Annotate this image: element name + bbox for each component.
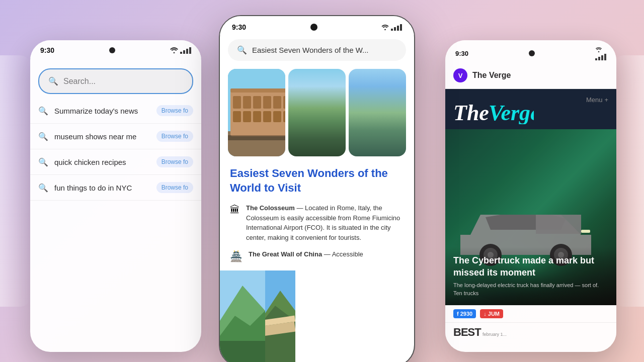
verge-logo: V <box>453 68 467 82</box>
jump-badge[interactable]: ↓ JUM <box>480 309 503 318</box>
search-icon-2: 🔍 <box>38 132 48 141</box>
search-item-3[interactable]: 🔍 quick chicken recipes Browse fo <box>30 149 201 175</box>
greatwall-heading: The Great Wall of China <box>249 250 322 258</box>
left-phone: 9:30 🔍 🔍 Summarize today's news <box>30 40 201 352</box>
left-camera <box>109 47 115 53</box>
plus-icon: + <box>604 96 608 104</box>
article-content: Easiest Seven Wonders of the World to Vi… <box>220 160 414 276</box>
right-camera <box>529 50 535 56</box>
browse-btn-4[interactable]: Browse fo <box>156 182 193 193</box>
center-phone: 9:30 🔍 Easiest Seven Wonders of the W... <box>219 15 415 362</box>
center-signal <box>381 24 402 31</box>
svg-rect-7 <box>253 96 261 109</box>
article-item-1-content: The Colosseum — Located in Rome, Italy, … <box>246 203 404 242</box>
right-edge-panel <box>614 55 644 307</box>
verge-logo-svg: The Verge <box>453 99 534 124</box>
search-icon-1: 🔍 <box>38 106 48 116</box>
best-date: february 1... <box>482 332 507 337</box>
right-article-card: Menu + The Verge <box>445 89 616 305</box>
left-search-results: 🔍 Summarize today's news Browse fo 🔍 mus… <box>30 98 201 201</box>
svg-rect-5 <box>233 96 241 109</box>
svg-rect-10 <box>283 96 285 109</box>
right-phone: 9:30 V The Verge Menu + <box>445 40 616 352</box>
article-item-2: 🏯 The Great Wall of China — Accessible <box>230 249 404 262</box>
left-search-box[interactable]: 🔍 <box>38 68 193 94</box>
signal-bars-left <box>180 47 191 54</box>
article-sub: The long-delayed electric truck has fina… <box>453 282 608 297</box>
center-search-bar[interactable]: 🔍 Easiest Seven Wonders of the W... <box>228 39 406 61</box>
colosseum-heading: The Colosseum <box>246 204 295 212</box>
article-images-row <box>220 65 414 160</box>
left-status-bar: 9:30 <box>30 40 201 58</box>
best-badge: BEST <box>453 326 481 338</box>
search-icon-left: 🔍 <box>48 76 58 86</box>
share-bar: f 2930 ↓ JUM <box>445 305 616 322</box>
svg-rect-15 <box>263 111 271 122</box>
third-image <box>349 69 406 156</box>
article-item-1: 🏛 The Colosseum — Located in Rome, Italy… <box>230 203 404 242</box>
left-search-area: 🔍 <box>30 58 201 94</box>
left-edge-panel <box>0 55 30 307</box>
svg-point-1 <box>384 29 386 30</box>
search-icon-3: 🔍 <box>38 157 48 167</box>
right-time: 9:30 <box>455 50 468 57</box>
svg-rect-14 <box>253 111 261 122</box>
center-search-icon: 🔍 <box>237 45 247 55</box>
center-status-bar: 9:30 <box>220 16 414 35</box>
svg-rect-13 <box>243 111 251 122</box>
greatwall-image <box>288 69 346 156</box>
search-item-1[interactable]: 🔍 Summarize today's news Browse fo <box>30 98 201 124</box>
svg-text:Verge: Verge <box>489 101 534 124</box>
svg-text:The: The <box>453 101 489 124</box>
center-camera <box>310 24 317 31</box>
search-item-text-3: quick chicken recipes <box>54 158 150 166</box>
right-status-bar: 9:30 <box>445 40 616 64</box>
center-wifi-icon <box>381 25 389 30</box>
colosseum-icon: 🏛 <box>230 204 240 216</box>
svg-rect-20 <box>228 135 285 140</box>
svg-rect-17 <box>283 111 285 122</box>
center-time: 9:30 <box>232 23 246 31</box>
left-signal <box>170 47 191 54</box>
headline-overlay: The Cybertruck made a mark but missed it… <box>445 247 616 305</box>
svg-rect-19 <box>230 88 285 93</box>
article-item-2-content: The Great Wall of China — Accessible <box>249 249 363 259</box>
right-signal <box>595 46 606 60</box>
wifi-icon <box>170 47 178 53</box>
svg-rect-9 <box>273 96 281 109</box>
right-wifi-icon <box>595 47 602 52</box>
search-item-4[interactable]: 🔍 fun things to do in NYC Browse fo <box>30 175 201 201</box>
search-icon-4: 🔍 <box>38 183 48 193</box>
signal-bars-center <box>391 24 402 31</box>
greatwall-icon: 🏯 <box>230 250 243 262</box>
menu-button[interactable]: Menu + <box>586 96 608 104</box>
greatwall-body: — Accessible <box>324 250 363 258</box>
browse-btn-1[interactable]: Browse fo <box>156 105 193 116</box>
verge-logo-overlay: The Verge <box>453 99 534 126</box>
svg-rect-49 <box>536 215 581 234</box>
search-item-2[interactable]: 🔍 museum shows near me Browse fo <box>30 124 201 149</box>
search-item-text-1: Summarize today's news <box>54 107 150 115</box>
svg-rect-48 <box>581 230 590 233</box>
article-title: Easiest Seven Wonders of the World to Vi… <box>230 166 404 195</box>
svg-rect-6 <box>243 96 251 109</box>
article-headline: The Cybertruck made a mark but missed it… <box>453 255 608 279</box>
left-time: 9:30 <box>40 46 54 54</box>
svg-rect-16 <box>273 111 281 122</box>
right-header-bar: V The Verge <box>445 64 616 89</box>
browse-btn-3[interactable]: Browse fo <box>156 156 193 167</box>
fb-badge[interactable]: f 2930 <box>453 309 476 318</box>
search-input-left[interactable] <box>63 77 183 86</box>
colosseum-image <box>228 69 285 156</box>
search-item-text-4: fun things to do in NYC <box>54 184 150 192</box>
svg-rect-12 <box>233 111 241 122</box>
search-item-text-2: museum shows near me <box>54 132 150 141</box>
svg-point-0 <box>174 52 175 54</box>
verge-name: The Verge <box>472 71 511 80</box>
svg-rect-8 <box>263 96 271 109</box>
browse-btn-2[interactable]: Browse fo <box>156 131 193 142</box>
center-search-text: Easiest Seven Wonders of the W... <box>252 46 369 54</box>
signal-bars-right <box>595 54 606 60</box>
colosseum-svg <box>228 69 285 156</box>
svg-point-36 <box>598 51 600 52</box>
